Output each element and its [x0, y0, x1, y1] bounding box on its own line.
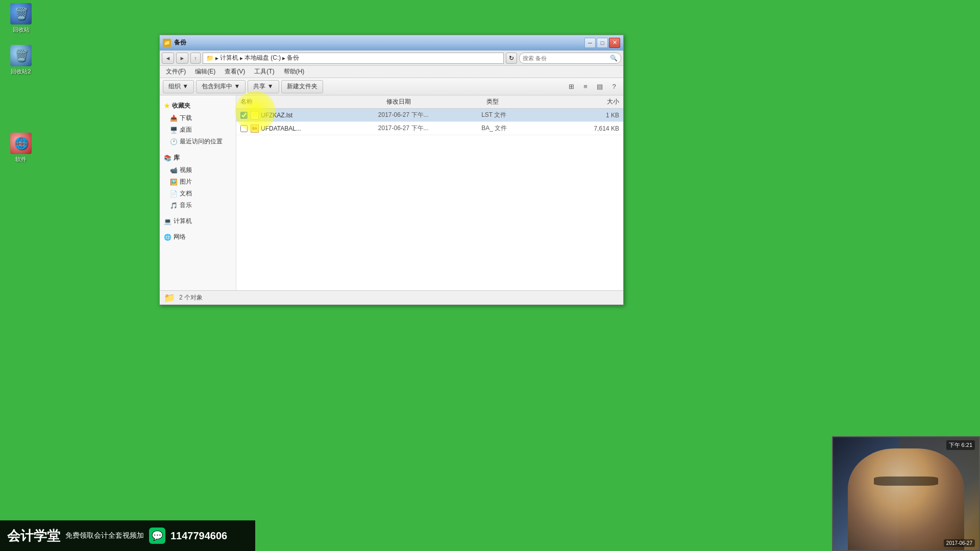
- new-folder-button[interactable]: 新建文件夹: [281, 80, 323, 93]
- status-bar: 📁 2 个对象: [160, 290, 623, 305]
- glasses-hint: [874, 477, 938, 486]
- toolbar: 组织 ▼ 包含到库中 ▼ 共享 ▼ 新建文件夹 ⊞ ≡ ▤ ?: [160, 78, 623, 95]
- address-path-display[interactable]: 📁 ▸ 计算机 ▸ 本地磁盘 (C:) ▸ 备份: [203, 53, 504, 64]
- window-title: 备份: [174, 38, 186, 47]
- library-button[interactable]: 包含到库中 ▼: [196, 80, 246, 93]
- desktop-icon-label-2: 回收站2: [11, 68, 31, 75]
- menu-bar: 文件(F) 编辑(E) 查看(V) 工具(T) 帮助(H): [160, 66, 623, 78]
- sidebar-item-pictures[interactable]: 🖼️ 图片: [160, 176, 236, 188]
- back-button[interactable]: ◄: [162, 53, 174, 64]
- close-button[interactable]: ✕: [609, 38, 620, 48]
- file-checkbox-2[interactable]: [240, 125, 248, 132]
- sidebar-item-music[interactable]: 🎵 音乐: [160, 199, 236, 211]
- video-icon: 📹: [170, 167, 178, 174]
- star-icon: ★: [164, 102, 170, 110]
- wechat-icon: 💬: [149, 528, 165, 544]
- view-details-button[interactable]: ▤: [594, 81, 606, 93]
- col-date-label[interactable]: 修改日期: [386, 97, 486, 106]
- breadcrumb-drive: 本地磁盘 (C:): [244, 54, 281, 62]
- col-name-label[interactable]: 名称: [240, 97, 253, 106]
- desktop-icon-label-3: 软件: [15, 156, 27, 163]
- search-icon: 🔍: [610, 55, 618, 62]
- title-bar-controls: ─ □ ✕: [584, 38, 620, 48]
- sidebar-video-label: 视频: [180, 166, 192, 174]
- sidebar-desktop-label: 桌面: [180, 126, 192, 134]
- library-icon: 📚: [164, 155, 172, 162]
- sidebar-network-label: 网络: [174, 233, 186, 241]
- libraries-header: 📚 库: [160, 152, 236, 164]
- sidebar-item-desktop[interactable]: 🖥️ 桌面: [160, 124, 236, 136]
- network-section: 🌐 网络: [160, 231, 236, 243]
- desktop-icon-software[interactable]: 🌐 软件: [3, 133, 39, 163]
- forward-button[interactable]: ►: [176, 53, 188, 64]
- menu-tools[interactable]: 工具(T): [250, 66, 278, 77]
- file-name-cell-1: 📄 UFZKAZ.lst: [240, 111, 378, 119]
- view-list-button[interactable]: ≡: [579, 81, 592, 93]
- table-row[interactable]: BA UFDATABAL... 2017-06-27 下午... BA_ 文件 …: [236, 122, 623, 135]
- status-folder-icon: 📁: [164, 292, 175, 304]
- bottom-banner: 会计学堂 免费领取会计全套视频加 💬 1147794606: [0, 520, 255, 551]
- sidebar-documents-label: 文档: [180, 189, 192, 198]
- search-input[interactable]: [523, 55, 610, 61]
- sidebar-item-documents[interactable]: 📄 文档: [160, 188, 236, 199]
- pictures-icon: 🖼️: [170, 179, 178, 186]
- favorites-header: ★ 收藏夹: [160, 99, 236, 112]
- file-type-1: LST 文件: [481, 111, 550, 119]
- webcam-date: 2017-06-27: [944, 539, 975, 547]
- sidebar: ★ 收藏夹 📥 下载 🖥️ 桌面 🕐 最近访问的位置 📚: [160, 95, 236, 290]
- software-icon: 🌐: [10, 133, 32, 154]
- sidebar-item-network[interactable]: 🌐 网络: [160, 231, 236, 243]
- sidebar-item-computer[interactable]: 💻 计算机: [160, 215, 236, 227]
- status-count: 2 个对象: [179, 293, 203, 302]
- network-icon: 🌐: [164, 234, 172, 241]
- file-name-cell-2: BA UFDATABAL...: [240, 124, 378, 133]
- menu-edit[interactable]: 编辑(E): [191, 66, 219, 77]
- ba-file-icon: BA: [251, 124, 259, 133]
- col-type-label[interactable]: 类型: [486, 97, 553, 106]
- col-size-label[interactable]: 大小: [553, 97, 619, 106]
- title-bar-left: 📁 备份: [163, 38, 186, 47]
- desktop-icon-recycle2[interactable]: 🗑️ 回收站2: [3, 45, 39, 75]
- sidebar-download-label: 下载: [180, 114, 192, 122]
- file-checkbox-1[interactable]: [240, 112, 248, 119]
- libraries-section: 📚 库 📹 视频 🖼️ 图片 📄 文档 🎵 音乐: [160, 152, 236, 211]
- recycle-bin-icon: 🗑️: [10, 3, 32, 24]
- share-button[interactable]: 共享 ▼: [248, 80, 279, 93]
- view-extra-button[interactable]: ⊞: [565, 81, 577, 93]
- maximize-button[interactable]: □: [597, 38, 608, 48]
- file-name-2: UFDATABAL...: [261, 125, 301, 132]
- recycle-bin-icon-2: 🗑️: [10, 45, 32, 66]
- file-type-2: BA_ 文件: [481, 124, 550, 133]
- toolbar-right: ⊞ ≡ ▤ ?: [565, 81, 620, 93]
- minimize-button[interactable]: ─: [584, 38, 596, 48]
- file-list-header: 名称 修改日期 类型 大小: [236, 95, 623, 109]
- file-date-1: 2017-06-27 下午...: [378, 111, 481, 119]
- help-button[interactable]: ?: [608, 81, 620, 93]
- sidebar-music-label: 音乐: [180, 201, 192, 210]
- sidebar-item-download[interactable]: 📥 下载: [160, 112, 236, 124]
- table-row[interactable]: 📄 UFZKAZ.lst 2017-06-27 下午... LST 文件 1 K…: [236, 109, 623, 122]
- favorites-section: ★ 收藏夹 📥 下载 🖥️ 桌面 🕐 最近访问的位置: [160, 99, 236, 147]
- sidebar-item-recent[interactable]: 🕐 最近访问的位置: [160, 136, 236, 147]
- webcam-timestamp: 下午 6:21: [946, 440, 975, 450]
- banner-sub-text: 免费领取会计全套视频加: [65, 531, 144, 540]
- menu-file[interactable]: 文件(F): [162, 66, 190, 77]
- breadcrumb-part1: 📁: [206, 55, 214, 62]
- file-size-2: 7,614 KB: [550, 125, 619, 132]
- menu-view[interactable]: 查看(V): [220, 66, 249, 77]
- up-button[interactable]: ↑: [190, 53, 201, 64]
- download-folder-icon: 📥: [170, 115, 178, 122]
- refresh-button[interactable]: ↻: [506, 53, 517, 64]
- webcam-overlay: 下午 6:21 2017-06-27: [832, 436, 980, 551]
- search-container: 🔍: [519, 53, 621, 64]
- wechat-number: 1147794606: [170, 530, 227, 542]
- file-name-1: UFZKAZ.lst: [261, 112, 292, 119]
- desktop-icon-recycle[interactable]: 🗑️ 回收站: [3, 3, 39, 33]
- favorites-label: 收藏夹: [172, 102, 190, 110]
- menu-help[interactable]: 帮助(H): [280, 66, 309, 77]
- main-content: ★ 收藏夹 📥 下载 🖥️ 桌面 🕐 最近访问的位置 📚: [160, 95, 623, 290]
- organize-button[interactable]: 组织 ▼: [163, 80, 194, 93]
- file-date-2: 2017-06-27 下午...: [378, 124, 481, 133]
- breadcrumb-sep1: ▸: [215, 55, 218, 62]
- sidebar-item-video[interactable]: 📹 视频: [160, 164, 236, 176]
